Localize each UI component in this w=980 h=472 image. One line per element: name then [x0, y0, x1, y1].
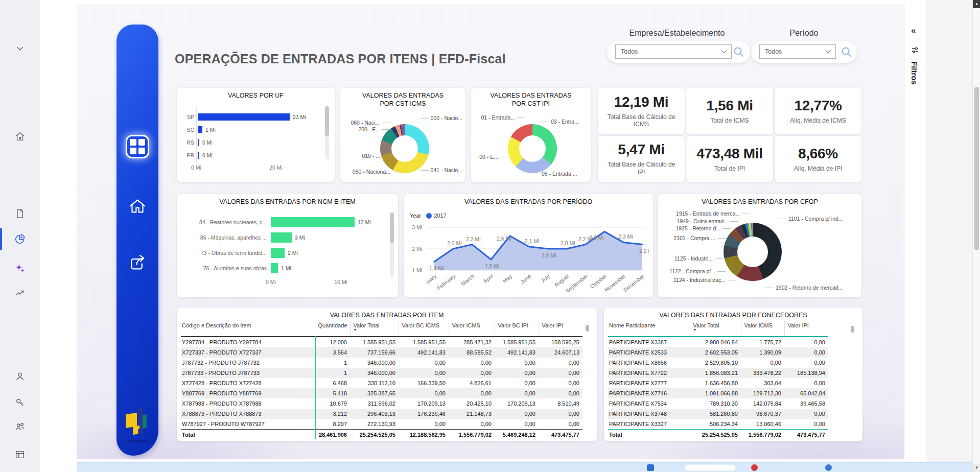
column-header[interactable]: Valor BC ICMS	[399, 321, 449, 337]
column-header[interactable]: Valor Total▼	[690, 321, 741, 337]
bar[interactable]	[271, 248, 285, 258]
bar-value: 1 Mi	[281, 265, 291, 271]
table-scrollbar[interactable]	[586, 325, 589, 332]
slice-label: 060 - Naci...	[351, 119, 380, 126]
document-icon[interactable]	[14, 208, 26, 219]
table-row[interactable]: X788873 - PRODUTO X7888733.212296.403,13…	[181, 409, 582, 419]
cell-value: 0,00	[449, 419, 495, 430]
table-row[interactable]: J787733 - PRODUTO J7877331346.000,000,00…	[181, 368, 582, 378]
table-row[interactable]: PARTICIPANTE X3748581.260,8098.670,370,0…	[608, 409, 828, 419]
table-row[interactable]: PARTICIPANTE X77221.856.083,21333.478,22…	[608, 368, 828, 378]
nav-home-button[interactable]	[127, 196, 148, 217]
column-header[interactable]: Valor IPI	[784, 321, 828, 337]
total-value: 25.254.525,05	[690, 430, 741, 441]
filters-panel-collapsed[interactable]: « Filtros	[904, 4, 926, 459]
cell-value: 346.000,00	[350, 358, 399, 368]
table-row[interactable]: J787732 - PRODUTO J7877321346.000,000,00…	[181, 358, 582, 368]
workspace-icon[interactable]	[14, 449, 26, 460]
column-header[interactable]: Valor ICMS	[741, 321, 784, 337]
scroll-down-button[interactable]: ▼	[973, 464, 980, 472]
vertical-scrollbar[interactable]: ▲ ▼	[972, 0, 980, 472]
column-header[interactable]: Nome Participante	[608, 321, 690, 337]
vertical-scroll-thumb[interactable]	[974, 87, 979, 250]
cst-ipi-donut[interactable]	[508, 124, 557, 173]
person-icon[interactable]	[14, 371, 26, 382]
periodo-filter-select[interactable]: Todos	[759, 44, 836, 59]
horizontal-scrollbar[interactable]	[77, 462, 972, 472]
chart-scrollbar[interactable]	[390, 213, 394, 277]
svg-text:2,2 Mi: 2,2 Mi	[466, 236, 481, 242]
column-header[interactable]: Valor ICMS	[449, 321, 495, 337]
scroll-up-button[interactable]: ▲	[973, 0, 980, 8]
taskbar-icon-blue-square[interactable]	[647, 464, 654, 471]
table-row[interactable]: PARTICIPANTE X3327506.234,3413.060,460,0…	[608, 419, 828, 430]
bar[interactable]	[198, 139, 199, 146]
horizontal-scroll-thumb[interactable]	[685, 464, 736, 471]
bar[interactable]	[198, 113, 290, 121]
sparkles-icon[interactable]	[14, 263, 26, 274]
cell-value: 0,00	[784, 347, 828, 358]
period-line-svg[interactable]: 1,4 Mi2,0 Mi2,2 Mi1,5 Mi2,6 Mi2,1 Mi2,0 …	[427, 222, 649, 295]
trend-icon[interactable]	[14, 288, 26, 299]
people-icon[interactable]	[14, 421, 26, 432]
key-icon[interactable]	[14, 397, 26, 408]
empresa-filter-value: Todos	[621, 48, 638, 55]
kpi-card: 8,66%Alíq. Média de IPI	[775, 136, 861, 182]
table-row[interactable]: X727428 - PRODUTO X7274286.468330.112,10…	[181, 378, 582, 388]
bar-row: 85 - Máquinas, aparelhos ...3 Mi	[182, 230, 388, 245]
table-scrollbar[interactable]	[851, 326, 854, 333]
cell-value: 272.130,93	[350, 419, 399, 430]
cfop-donut[interactable]	[724, 223, 782, 281]
table-row[interactable]: PARTICIPANTE X86562.529.805,100,000,00	[608, 358, 828, 368]
taskbar-icon-red-circle[interactable]	[751, 464, 758, 471]
bar[interactable]	[271, 232, 292, 243]
kpi-value: 8,66%	[798, 146, 838, 162]
cell-value: 170.209,13	[399, 398, 449, 409]
pages-grid-button[interactable]	[126, 135, 149, 158]
table-row[interactable]: X787988 - PRODUTO X78798810.679311.596,0…	[181, 398, 582, 409]
filter-adjust-icon[interactable]	[911, 46, 919, 54]
table-row[interactable]: Y297784 - PRODUTO Y29778412.0001.585.951…	[181, 337, 582, 347]
cell-value: 1	[315, 358, 350, 368]
cst-icms-donut[interactable]	[380, 124, 429, 173]
bar[interactable]	[271, 217, 355, 227]
table-row[interactable]: W787927 - PRODUTO W7879278.297272.130,93…	[181, 419, 582, 430]
chevron-down-icon[interactable]	[14, 43, 26, 54]
kpi-value: 12,77%	[794, 98, 842, 114]
app-sidebar	[0, 0, 40, 472]
chart-scrollbar[interactable]	[325, 106, 329, 159]
column-header[interactable]: Valor IPI	[539, 321, 582, 337]
cell-value: 0,00	[539, 409, 582, 419]
table-row[interactable]: PARTICIPANTE X25332.602.553,051.390,090,…	[608, 347, 828, 358]
column-header[interactable]: Código e Descrição do Item	[181, 321, 315, 337]
search-icon[interactable]	[841, 46, 853, 58]
table-row[interactable]: PARTICIPANTE X77461.091.066,88129.712,30…	[608, 388, 828, 398]
table-row[interactable]: PARTICIPANTE X27771.636.456,80303,040,00	[608, 378, 828, 388]
svg-text:2,0 Mi: 2,0 Mi	[447, 240, 462, 246]
cell-value: 0,00	[449, 388, 495, 398]
table-row[interactable]: PARTICIPANTE X33872.980.046,841.775,720,…	[608, 337, 828, 347]
period-line-chart[interactable]: 1,4 Mi2,0 Mi2,2 Mi1,5 Mi2,6 Mi2,1 Mi2,0 …	[427, 222, 649, 295]
bar[interactable]	[198, 126, 202, 133]
cell-value: 8.510,49	[539, 398, 582, 409]
taskbar-icon-blue-circle[interactable]	[825, 464, 832, 471]
column-header[interactable]: Quantidade	[315, 321, 350, 337]
search-icon[interactable]	[733, 46, 745, 58]
bar[interactable]	[271, 263, 278, 273]
legend-value[interactable]: 2017	[434, 213, 446, 219]
home-icon[interactable]	[14, 131, 26, 142]
column-header[interactable]: Valor Total▼	[350, 321, 399, 337]
y-tick: 2 Mi	[408, 246, 422, 252]
nav-share-button[interactable]	[127, 252, 148, 274]
column-header[interactable]: Valor BC IPI	[495, 321, 539, 337]
table-row[interactable]: Y887769 - PRODUTO Y8877695.418325.387,65…	[181, 388, 582, 398]
table-row[interactable]: PARTICIPANTE X7534789.310,30142.075,8439…	[608, 398, 828, 409]
table-row[interactable]: X727337 - PRODUTO X7273373.564737.159,66…	[181, 347, 582, 358]
cell-label: Y887769 - PRODUTO Y887769	[181, 388, 315, 398]
cell-value: 0,00	[784, 337, 828, 347]
bar[interactable]	[198, 152, 199, 159]
empresa-filter-select[interactable]: Todos	[615, 44, 732, 59]
pie-chart-icon[interactable]	[14, 233, 26, 245]
expand-panel-icon[interactable]: «	[911, 26, 916, 36]
card-table-fornecedores: VALORES DAS ENTRADAS POR FONECEDORES Nom…	[604, 308, 862, 441]
